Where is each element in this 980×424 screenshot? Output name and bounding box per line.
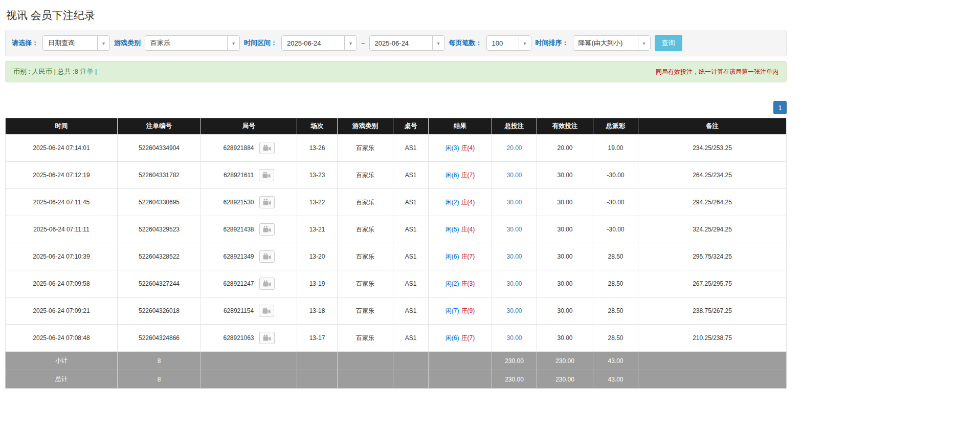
remark-cell: 267.25/295.75 [638, 270, 787, 298]
summary-label: 总计 [6, 370, 118, 389]
table-body: 2025-06-24 07:14:01522604334904628921884… [6, 135, 787, 389]
column-header: 结果 [429, 118, 492, 135]
total-bet-link[interactable]: 30.00 [506, 334, 522, 342]
total-bet-link[interactable]: 20.00 [506, 144, 522, 152]
payout-cell: 28.50 [593, 270, 638, 298]
video-icon [263, 253, 271, 260]
summary-payout: 43.00 [593, 352, 638, 370]
total-bet-cell: 30.00 [492, 298, 537, 325]
chevron-down-icon: ▾ [97, 36, 109, 50]
player-result: 闲(2) [446, 280, 459, 287]
round-number: 628921063 [223, 334, 254, 342]
round-number: 628921611 [224, 172, 254, 179]
bet-id-cell: 522604324866 [118, 325, 201, 352]
game-type-cell: 百家乐 [338, 135, 393, 162]
summary-label: 小计 [6, 352, 118, 370]
payout-cell: 19.00 [593, 135, 638, 162]
query-type-select[interactable]: 日期查询 ▾ [42, 35, 110, 51]
result-cell: 闲(6)庄(7) [429, 325, 492, 352]
player-result: 闲(6) [446, 172, 459, 179]
summary-empty-cell [297, 370, 338, 389]
round-number: 628921884 [223, 144, 254, 152]
banker-result: 庄(7) [461, 172, 475, 179]
pagination-page-1[interactable]: 1 [773, 101, 787, 114]
payout-cell: 28.50 [593, 298, 638, 325]
result-cell: 闲(2)庄(3) [429, 270, 492, 298]
video-icon [263, 226, 271, 233]
session-cell: 13-21 [297, 216, 338, 243]
game-type-cell: 百家乐 [338, 189, 393, 216]
video-replay-button[interactable] [259, 142, 275, 154]
video-replay-button[interactable] [259, 305, 274, 317]
total-bet-cell: 30.00 [492, 189, 537, 216]
page-size-select[interactable]: 100 ▾ [486, 35, 531, 51]
round-cell-inner: 628921611 [224, 169, 274, 181]
round-cell: 628921349 [201, 243, 297, 270]
video-icon [262, 307, 271, 314]
date-from-select[interactable]: 2025-06-24 ▾ [281, 35, 357, 51]
total-bet-cell: 30.00 [492, 162, 537, 189]
valid-bet-cell: 30.00 [537, 298, 593, 325]
total-bet-link[interactable]: 30.00 [506, 226, 522, 233]
round-number: 628921154 [224, 307, 254, 314]
column-header: 总派彩 [593, 118, 638, 135]
time-cell: 2025-06-24 07:08:48 [6, 325, 118, 352]
video-replay-button[interactable] [259, 196, 275, 208]
bet-id-cell: 522604329523 [118, 216, 201, 243]
game-type-select[interactable]: 百家乐 ▾ [145, 35, 240, 51]
session-cell: 13-23 [297, 162, 338, 189]
pagination: 1 [5, 101, 787, 114]
game-type-cell: 百家乐 [338, 325, 393, 352]
player-result: 闲(6) [446, 253, 459, 260]
round-cell-inner: 628921247 [223, 278, 274, 290]
video-replay-button[interactable] [259, 278, 275, 290]
sort-label: 时间排序： [536, 38, 569, 48]
round-cell: 628921530 [201, 189, 297, 216]
search-button[interactable]: 查询 [655, 35, 682, 51]
remark-cell: 295.75/324.25 [638, 243, 787, 270]
table-no-cell: AS1 [393, 162, 429, 189]
valid-bet-cell: 30.00 [537, 162, 593, 189]
summary-total-bet: 230.00 [492, 352, 537, 370]
player-result: 闲(6) [446, 334, 459, 342]
video-replay-button[interactable] [259, 332, 275, 344]
total-bet-link[interactable]: 30.00 [506, 172, 522, 179]
total-bet-cell: 30.00 [492, 325, 537, 352]
player-result: 闲(7) [446, 307, 459, 314]
total-bet-link[interactable]: 30.00 [506, 253, 522, 260]
video-replay-button[interactable] [259, 223, 275, 236]
total-bet-link[interactable]: 30.00 [506, 199, 522, 206]
total-bet-cell: 30.00 [492, 270, 537, 298]
valid-bet-cell: 30.00 [537, 270, 593, 298]
video-replay-button[interactable] [259, 250, 275, 263]
table-no-cell: AS1 [393, 243, 429, 270]
table-no-cell: AS1 [393, 298, 429, 325]
summary-empty-cell [338, 352, 393, 370]
total-bet-link[interactable]: 30.00 [506, 307, 522, 314]
player-result: 闲(2) [446, 199, 459, 206]
column-header: 游戏类别 [338, 118, 393, 135]
table-no-cell: AS1 [393, 216, 429, 243]
banker-result: 庄(7) [461, 334, 475, 342]
round-cell-inner: 628921154 [224, 305, 274, 317]
sort-value: 降冪(由大到小) [573, 38, 628, 48]
sort-select[interactable]: 降冪(由大到小) ▾ [573, 35, 651, 51]
bet-records-table: 时间注单编号局号场次游戏类别桌号结果总投注有效投注总派彩备注 2025-06-2… [5, 118, 787, 389]
total-bet-link[interactable]: 30.00 [506, 280, 522, 287]
video-replay-button[interactable] [259, 169, 274, 181]
summary-payout: 43.00 [593, 370, 638, 389]
table-row: 2025-06-24 07:09:58522604327244628921247… [6, 270, 787, 298]
date-range-separator: ~ [361, 39, 365, 47]
round-number: 628921530 [223, 199, 254, 206]
date-to-select[interactable]: 2025-06-24 ▾ [369, 35, 445, 51]
summary-empty-cell [338, 370, 393, 389]
currency-summary-text: 币别 : 人民币 | 总共 :8 注单 | [13, 67, 97, 76]
summary-total-bet: 230.00 [492, 370, 537, 389]
payout-cell: 28.50 [593, 243, 638, 270]
table-row: 2025-06-24 07:09:21522604326018628921154… [6, 298, 787, 325]
column-header: 局号 [201, 118, 297, 135]
total-bet-cell: 30.00 [492, 216, 537, 243]
time-cell: 2025-06-24 07:10:39 [6, 243, 118, 270]
game-type-cell: 百家乐 [338, 243, 393, 270]
result-cell: 闲(6)庄(7) [429, 162, 492, 189]
